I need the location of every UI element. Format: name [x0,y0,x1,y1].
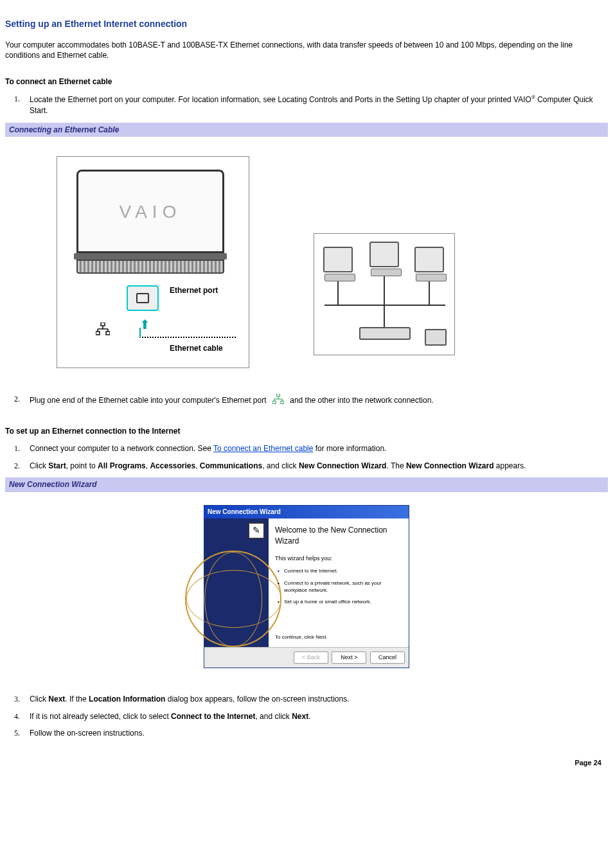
wizard-back-button[interactable]: < Back [294,651,328,664]
laptop-diagram: VAIO Ethernet port ⬆ Ethernet cable [57,156,249,368]
subheading-setup-ethernet: To set up an Ethernet connection to the … [5,426,608,437]
s1-step2-post: and the other into the network connectio… [290,396,433,405]
s2-step-5: 5. Follow the on-screen instructions. [18,728,608,739]
svg-rect-13 [281,402,284,404]
laptop-illustration: VAIO [76,170,224,274]
wizard-sidebar: ✎ [204,518,269,647]
svg-rect-5 [96,332,100,335]
wizard-continue: To continue, click Next. [275,633,402,641]
s2-step-3: 3. Click Next. If the Location Informati… [18,694,608,705]
printer-icon [425,329,447,346]
ethernet-port-callout [127,285,159,311]
vaio-logo: VAIO [120,199,182,224]
s2-step1-post: for more information. [313,444,386,453]
diagram-row: VAIO Ethernet port ⬆ Ethernet cable [5,156,608,368]
ethernet-port-icon [272,394,284,408]
monitor-icon [323,247,353,272]
monitor-icon [414,247,444,272]
s2-step-4: 4. If it is not already selected, click … [18,711,608,722]
s1-step-1: 1. Locate the Ethernet port on your comp… [18,94,608,116]
monitor-icon [369,242,399,267]
wizard-bullet: Connect to the Internet. [280,567,402,574]
banner-new-connection-wizard: New Connection Wizard [5,477,608,492]
globe-icon [185,551,281,647]
wizard-badge-icon: ✎ [248,522,265,539]
wizard-cancel-button[interactable]: Cancel [370,651,405,664]
s1-step-2: 2. Plug one end of the Ethernet cable in… [18,394,608,408]
page-number: Page 24 [5,758,608,768]
s2-step-1: 1. Connect your computer to a network co… [18,443,608,454]
laptop-screen: VAIO [76,170,224,253]
s2-step1-pre: Connect your computer to a network conne… [30,444,213,453]
svg-rect-12 [272,402,276,404]
laptop-base [76,260,224,274]
network-icon [96,323,110,340]
wizard-next-button[interactable]: Next > [332,651,366,664]
wizard-sub: This wizard helps you: [275,554,402,563]
network-diagram [314,233,455,355]
svg-rect-0 [101,323,105,326]
wizard-bullet: Connect to a private network, such as yo… [280,580,402,594]
ethernet-port-label: Ethernet port [170,285,218,296]
wizard-bullet: Set up a home or small office network. [280,598,402,605]
link-connect-ethernet-cable[interactable]: To connect an Ethernet cable [213,444,313,453]
wizard-screenshot: New Connection Wizard ✎ Welcome to the N… [5,505,608,668]
s1-step1-pre: Locate the Ethernet port on your compute… [30,95,531,104]
s2-step-2: 2. Click Start, point to All Programs, A… [18,461,608,472]
laptop-hinge [74,253,227,260]
wizard-titlebar: New Connection Wizard [204,506,409,518]
cable-arrow-icon: ⬆ [139,315,150,333]
ethernet-cable-label: Ethernet cable [170,343,223,354]
router-icon [359,327,411,340]
s1-step2-pre: Plug one end of the Ethernet cable into … [30,396,269,405]
page-title: Setting up an Ethernet Internet connecti… [5,18,608,31]
wizard-heading: Welcome to the New Connection Wizard [275,525,402,547]
subheading-connect-cable: To connect an Ethernet cable [5,76,608,87]
intro-paragraph: Your computer accommodates both 10BASE-T… [5,40,608,62]
svg-rect-7 [276,394,280,396]
port-shape [136,293,149,303]
banner-connecting-cable: Connecting an Ethernet Cable [5,123,608,137]
svg-rect-6 [106,332,110,335]
cable-dotted-line [139,337,236,338]
